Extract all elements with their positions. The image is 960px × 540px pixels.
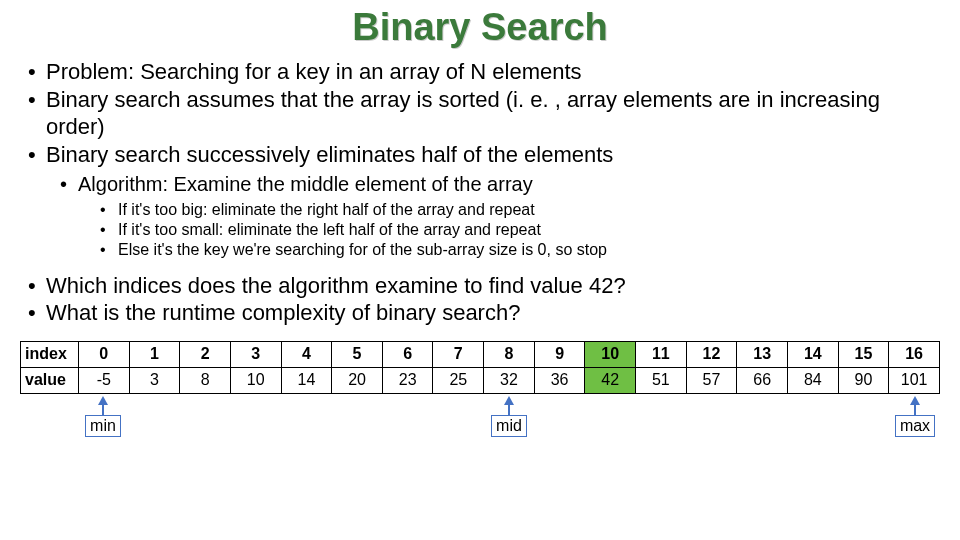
index-cell: 16 [889, 341, 940, 367]
bullet-eliminate-half: Binary search successively eliminates ha… [28, 142, 940, 168]
pointer-markers: min mid max [20, 396, 940, 442]
algorithm-steps: If it's too big: eliminate the right hal… [100, 200, 940, 260]
question-indices: Which indices does the algorithm examine… [28, 272, 940, 300]
question-bullets: Which indices does the algorithm examine… [28, 272, 940, 327]
min-label: min [85, 415, 121, 437]
value-cell: 51 [636, 367, 687, 393]
index-cell: 4 [281, 341, 332, 367]
value-cell: 20 [332, 367, 383, 393]
value-cell: 8 [180, 367, 231, 393]
arrow-up-icon [504, 396, 514, 405]
value-cell: 90 [838, 367, 889, 393]
index-cell: 12 [686, 341, 737, 367]
max-label: max [895, 415, 935, 437]
index-cell: 15 [838, 341, 889, 367]
value-cell: 25 [433, 367, 484, 393]
mid-label: mid [491, 415, 527, 437]
index-cell: 0 [79, 341, 130, 367]
index-cell: 1 [129, 341, 180, 367]
index-cell: 9 [534, 341, 585, 367]
index-cell: 7 [433, 341, 484, 367]
mid-marker: mid [488, 396, 530, 437]
value-cell-highlight: 42 [585, 367, 636, 393]
value-row-label: value [21, 367, 79, 393]
arrow-up-icon [910, 396, 920, 405]
index-cell: 6 [382, 341, 433, 367]
value-cell: 32 [484, 367, 535, 393]
value-cell: 84 [787, 367, 838, 393]
value-cell: 10 [230, 367, 281, 393]
algorithm-bullets: Algorithm: Examine the middle element of… [60, 173, 940, 196]
index-cell: 3 [230, 341, 281, 367]
value-cell: 14 [281, 367, 332, 393]
bullet-found-or-empty: Else it's the key we're searching for of… [100, 240, 940, 260]
value-cell: 3 [129, 367, 180, 393]
index-cell: 14 [787, 341, 838, 367]
index-cell: 11 [636, 341, 687, 367]
index-cell-highlight: 10 [585, 341, 636, 367]
value-cell: 101 [889, 367, 940, 393]
index-cell: 13 [737, 341, 788, 367]
value-cell: -5 [79, 367, 130, 393]
table-row: index 0 1 2 3 4 5 6 7 8 9 10 11 12 13 14… [21, 341, 940, 367]
value-cell: 66 [737, 367, 788, 393]
index-cell: 8 [484, 341, 535, 367]
page-title: Binary Search [20, 6, 940, 49]
bullet-too-big: If it's too big: eliminate the right hal… [100, 200, 940, 220]
index-row-label: index [21, 341, 79, 367]
main-bullets: Problem: Searching for a key in an array… [28, 59, 940, 169]
max-marker: max [894, 396, 936, 437]
value-cell: 23 [382, 367, 433, 393]
array-table: index 0 1 2 3 4 5 6 7 8 9 10 11 12 13 14… [20, 341, 940, 394]
bullet-problem: Problem: Searching for a key in an array… [28, 59, 940, 85]
bullet-algorithm: Algorithm: Examine the middle element of… [60, 173, 940, 196]
index-cell: 2 [180, 341, 231, 367]
table-row: value -5 3 8 10 14 20 23 25 32 36 42 51 … [21, 367, 940, 393]
question-runtime: What is the runtime complexity of binary… [28, 299, 940, 327]
arrow-up-icon [98, 396, 108, 405]
bullet-assume-sorted: Binary search assumes that the array is … [28, 87, 940, 140]
value-cell: 57 [686, 367, 737, 393]
value-cell: 36 [534, 367, 585, 393]
min-marker: min [82, 396, 124, 437]
index-cell: 5 [332, 341, 383, 367]
bullet-too-small: If it's too small: eliminate the left ha… [100, 220, 940, 240]
